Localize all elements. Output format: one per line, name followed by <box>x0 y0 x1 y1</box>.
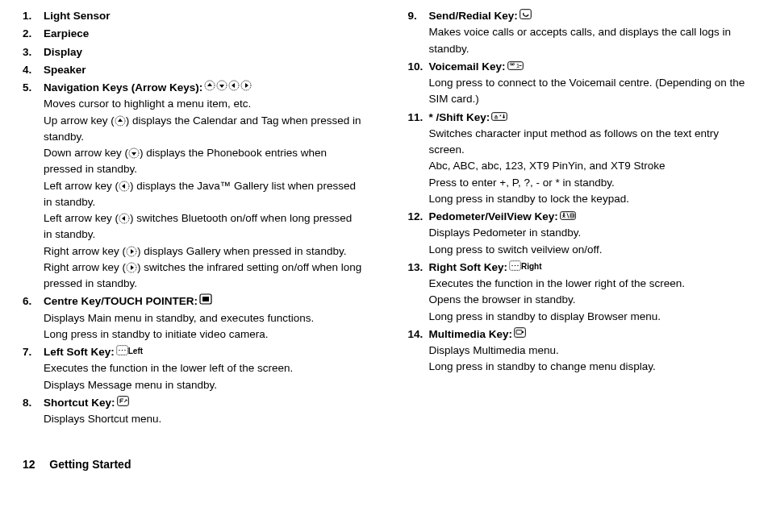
item-num: 3. <box>23 44 44 60</box>
item-title: Right Soft Key: <box>429 260 508 276</box>
arrow-right-icon <box>240 80 252 91</box>
item-desc: Moves cursor to highlight a menu item, e… <box>44 96 363 112</box>
item-desc: Displays Shortcut menu. <box>44 411 363 427</box>
item-num: 14. <box>408 326 429 343</box>
item-6: 6.Centre Key/TOUCH POINTER: Displays Mai… <box>23 293 363 343</box>
item-num: 8. <box>23 395 44 411</box>
item-num: 1. <box>23 8 44 24</box>
item-desc: Displays Multimedia menu. <box>429 343 749 359</box>
desc-text: ) displays Gallery when pressed in stand… <box>137 245 346 257</box>
item-desc: Displays Message menu in standby. <box>44 377 363 393</box>
right-soft-key-icon: Right <box>509 260 542 272</box>
item-desc: Opens the browser in standby. <box>429 292 749 308</box>
item-12: 12.Pedometer/VeilView Key: Displays Pedo… <box>408 209 749 258</box>
shortcut-key-icon <box>117 396 129 406</box>
desc-text: Left arrow key ( <box>44 180 119 192</box>
item-desc: Abc, ABC, abc, 123, XT9 PinYin, and XT9 … <box>429 158 749 174</box>
item-desc: Long press in standby to display Browser… <box>429 309 749 325</box>
voicemail-key-icon <box>507 61 524 70</box>
nav-keys-icon-group <box>204 80 252 91</box>
arrow-right-icon <box>126 246 137 257</box>
arrow-right-icon <box>126 262 137 273</box>
item-desc: Long press in standby to change menu dis… <box>429 359 749 375</box>
item-num: 10. <box>408 59 429 75</box>
section-title: Getting Started <box>49 458 131 471</box>
item-desc: Left arrow key () switches Bluetooth on/… <box>44 210 363 243</box>
arrow-left-icon <box>228 80 240 91</box>
item-desc: Switches character input method as follo… <box>429 126 749 159</box>
item-num: 6. <box>23 293 44 310</box>
columns-container: 1.Light Sensor 2.Earpiece 3.Display 4.Sp… <box>23 8 748 429</box>
item-10: 10.Voicemail Key: Long press to connect … <box>408 59 749 108</box>
item-title: Navigation Keys (Arrow Keys): <box>44 80 202 96</box>
arrow-down-icon <box>216 80 227 91</box>
item-num: 11. <box>408 110 429 126</box>
item-num: 5. <box>23 80 44 96</box>
arrow-left-icon <box>119 213 130 224</box>
item-desc: Long press to switch veilview on/off. <box>429 242 749 258</box>
arrow-up-icon <box>204 80 215 91</box>
left-soft-key-icon: Left <box>116 345 143 357</box>
item-desc: Displays Main menu in standby, and execu… <box>44 310 363 326</box>
item-title: Left Soft Key: <box>44 344 115 360</box>
item-7: 7.Left Soft Key: Left Executes the funct… <box>23 344 363 393</box>
softkey-label: Left <box>128 345 143 357</box>
item-title: Pedometer/VeilView Key: <box>429 209 558 225</box>
item-desc: Right arrow key () switches the infrared… <box>44 260 363 293</box>
item-title: Speaker <box>44 62 86 78</box>
item-desc: Down arrow key () displays the Phonebook… <box>44 145 363 178</box>
item-desc: Press to enter +, P, ?, - or * in standb… <box>429 175 749 191</box>
item-5: 5.Navigation Keys (Arrow Keys): Moves cu… <box>23 80 363 292</box>
centre-key-icon <box>199 293 212 305</box>
item-desc: Long press in standby to initiate video … <box>44 326 363 343</box>
page-footer: 12 Getting Started <box>0 458 772 471</box>
item-11: 11.* /Shift Key: Switches character inpu… <box>408 110 749 208</box>
item-num: 4. <box>23 62 44 78</box>
item-13: 13.Right Soft Key: Right Executes the fu… <box>408 260 749 325</box>
item-num: 12. <box>408 209 429 225</box>
arrow-left-icon <box>119 181 130 192</box>
page-number: 12 <box>23 458 35 471</box>
item-title: Shortcut Key: <box>44 395 115 411</box>
softkey-label: Right <box>521 260 542 272</box>
right-column: 9.Send/Redial Key: Makes voice calls or … <box>408 8 749 429</box>
item-2: 2.Earpiece <box>23 26 363 42</box>
arrow-up-icon <box>115 115 126 127</box>
item-4: 4.Speaker <box>23 62 363 78</box>
item-desc: Right arrow key () displays Gallery when… <box>44 243 363 260</box>
item-9: 9.Send/Redial Key: Makes voice calls or … <box>408 8 749 57</box>
item-title: Send/Redial Key: <box>429 8 518 24</box>
item-title: * /Shift Key: <box>429 110 490 126</box>
desc-text: Down arrow key ( <box>44 147 128 159</box>
page-content: 1.Light Sensor 2.Earpiece 3.Display 4.Sp… <box>0 0 772 429</box>
item-title: Centre Key/TOUCH POINTER: <box>44 293 198 310</box>
item-desc: Long press to connect to the Voicemail c… <box>429 75 749 108</box>
multimedia-key-icon <box>514 327 526 338</box>
item-desc: Long press in standby to lock the keypad… <box>429 191 749 207</box>
item-num: 9. <box>408 8 429 24</box>
item-desc: Executes the function in the lower left … <box>44 360 363 376</box>
item-num: 2. <box>23 26 44 42</box>
item-title: Multimedia Key: <box>429 326 513 343</box>
item-desc: Displays Pedometer in standby. <box>429 225 749 241</box>
item-desc: Executes the function in the lower right… <box>429 276 749 292</box>
item-title: Voicemail Key: <box>429 59 506 75</box>
send-key-icon <box>520 9 532 19</box>
item-desc: Up arrow key () displays the Calendar an… <box>44 113 363 146</box>
item-3: 3.Display <box>23 44 363 60</box>
item-desc: Left arrow key () displays the Java™ Gal… <box>44 178 363 211</box>
arrow-down-icon <box>128 148 140 159</box>
desc-text: Up arrow key ( <box>44 114 115 127</box>
item-14: 14.Multimedia Key: Displays Multimedia m… <box>408 326 749 376</box>
item-num: 13. <box>408 260 429 276</box>
left-column: 1.Light Sensor 2.Earpiece 3.Display 4.Sp… <box>23 8 363 429</box>
item-desc: Makes voice calls or accepts calls, and … <box>429 24 749 57</box>
desc-text: Right arrow key ( <box>44 245 126 257</box>
item-title: Display <box>44 44 82 60</box>
desc-text: Left arrow key ( <box>44 212 119 224</box>
item-title: Earpiece <box>44 26 89 42</box>
item-8: 8.Shortcut Key: Displays Shortcut menu. <box>23 395 363 428</box>
item-title: Light Sensor <box>44 8 111 24</box>
item-num: 7. <box>23 344 44 360</box>
item-1: 1.Light Sensor <box>23 8 363 24</box>
